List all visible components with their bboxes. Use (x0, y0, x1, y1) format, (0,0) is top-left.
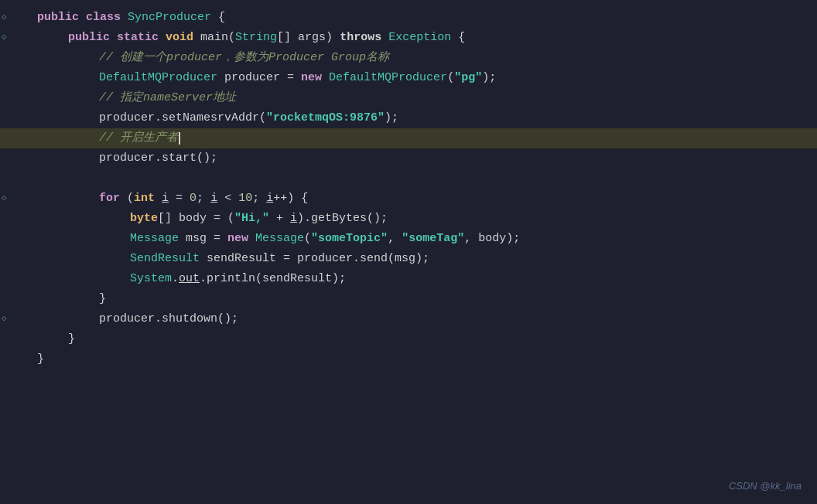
string-pg: "pg" (454, 69, 482, 87)
type-message: Message (130, 230, 179, 248)
code-editor: ◇ public class SyncProducer { ◇ public s… (0, 0, 817, 504)
fold-icon-2[interactable]: ◇ (2, 31, 7, 45)
line-17-content: } (28, 329, 817, 349)
keyword-void: void (166, 29, 193, 47)
type-dmqp2: DefaultMQProducer (329, 69, 447, 87)
brace: { (211, 9, 225, 27)
type-exception: Exception (388, 29, 451, 47)
line-15-content: } (28, 289, 817, 309)
gutter-3 (0, 48, 28, 68)
line-5-content: // 指定nameServer地址 (28, 88, 817, 108)
type-system: System (130, 270, 172, 288)
code-line: producer.start(); (0, 148, 817, 169)
code-line: ◇ public class SyncProducer { (0, 8, 817, 28)
line-3-content: // 创建一个producer，参数为Producer Group名称 (28, 48, 817, 68)
gutter-2: ◇ (0, 28, 28, 48)
type-string: String (235, 29, 277, 47)
fold-icon-3[interactable]: ◇ (2, 192, 7, 206)
code-line: ◇ public static void main( String [] arg… (0, 28, 817, 48)
gutter-14 (0, 269, 28, 289)
type-sendresult: SendResult (130, 250, 200, 268)
gutter-6 (0, 108, 28, 128)
keyword-public2: public (68, 29, 110, 47)
code-line: System . out .println(sendResult); (0, 269, 817, 289)
keyword-class: class (86, 9, 121, 27)
line-13-content: SendResult sendResult = producer.send(ms… (28, 249, 817, 269)
fold-icon-1[interactable]: ◇ (2, 11, 7, 25)
keyword-for: for (99, 189, 120, 208)
gutter-15 (0, 289, 28, 309)
line-4-content: DefaultMQProducer producer = new Default… (28, 68, 817, 88)
code-line: SendResult sendResult = producer.send(ms… (0, 249, 817, 269)
comment-1: // 创建一个producer，参数为Producer Group名称 (99, 49, 389, 67)
gutter-blank (0, 169, 28, 189)
code-line: } (0, 349, 817, 369)
string-hi: "Hi," (234, 209, 269, 228)
gutter-8 (0, 148, 28, 169)
line-18-content: } (28, 349, 817, 369)
code-line-blank (0, 169, 817, 189)
line-8-content: producer.start(); (28, 148, 817, 169)
line-11-content: byte [] body = ( "Hi," + i ).getBytes(); (28, 209, 817, 229)
code-line: } (0, 289, 817, 309)
class-name: SyncProducer (128, 9, 211, 27)
gutter-12 (0, 229, 28, 249)
code-line: // 创建一个producer，参数为Producer Group名称 (0, 48, 817, 68)
blank-content (28, 169, 817, 189)
gutter-17 (0, 329, 28, 349)
code-line-highlighted: // 开启生产者 (0, 128, 817, 148)
keyword-new: new (301, 69, 322, 87)
gutter-11 (0, 209, 28, 229)
space (121, 9, 128, 27)
line-6-content: producer.setNamesrvAddr( "rocketmqOS:987… (28, 108, 817, 128)
comment-2: // 指定nameServer地址 (99, 89, 236, 107)
type-dmqp: DefaultMQProducer (99, 69, 217, 87)
string-sometag: "someTag" (402, 230, 464, 248)
number-0: 0 (190, 189, 197, 208)
gutter-16: ◇ (0, 309, 28, 329)
type-message2: Message (255, 230, 304, 248)
code-line: DefaultMQProducer producer = new Default… (0, 68, 817, 88)
gutter-7 (0, 128, 28, 148)
keyword-public: public (37, 9, 79, 27)
gutter-10: ◇ (0, 189, 28, 209)
line-2-content: public static void main( String [] args)… (28, 28, 817, 48)
line-7-content: // 开启生产者 (28, 128, 817, 148)
line-10-content: for ( int i = 0 ; i < 10 ; i ++) { (28, 189, 817, 209)
line-16-content: producer.shutdown(); (28, 309, 817, 329)
keyword-byte: byte (130, 209, 158, 228)
number-10: 10 (238, 189, 252, 208)
keyword-int: int (134, 189, 155, 208)
code-line: Message msg = new Message ( "someTopic" … (0, 229, 817, 249)
fold-icon-4[interactable]: ◇ (2, 312, 7, 326)
watermark: CSDN @kk_lina (729, 478, 802, 495)
code-line: byte [] body = ( "Hi," + i ).getBytes(); (0, 209, 817, 229)
string-sometopic: "someTopic" (311, 230, 388, 248)
keyword-throws: throws (340, 29, 381, 47)
gutter-13 (0, 249, 28, 269)
code-line: ◇ producer.shutdown(); (0, 309, 817, 329)
gutter-4 (0, 68, 28, 88)
gutter-1: ◇ (0, 8, 28, 28)
code-line: } (0, 329, 817, 349)
keyword-static: static (117, 29, 159, 47)
line-1-content: public class SyncProducer { (28, 8, 817, 28)
code-line: producer.setNamesrvAddr( "rocketmqOS:987… (0, 108, 817, 128)
text-cursor (179, 132, 180, 145)
line-14-content: System . out .println(sendResult); (28, 269, 817, 289)
string-addr: "rocketmqOS:9876" (266, 109, 385, 128)
code-line: ◇ for ( int i = 0 ; i < 10 ; i ++) { (0, 189, 817, 209)
line-12-content: Message msg = new Message ( "someTopic" … (28, 229, 817, 249)
comment-3: // 开启生产者 (99, 129, 178, 148)
gutter-18 (0, 349, 28, 369)
keyword-new2: new (227, 230, 248, 248)
space (79, 9, 86, 27)
gutter-5 (0, 88, 28, 108)
code-line: // 指定nameServer地址 (0, 88, 817, 108)
